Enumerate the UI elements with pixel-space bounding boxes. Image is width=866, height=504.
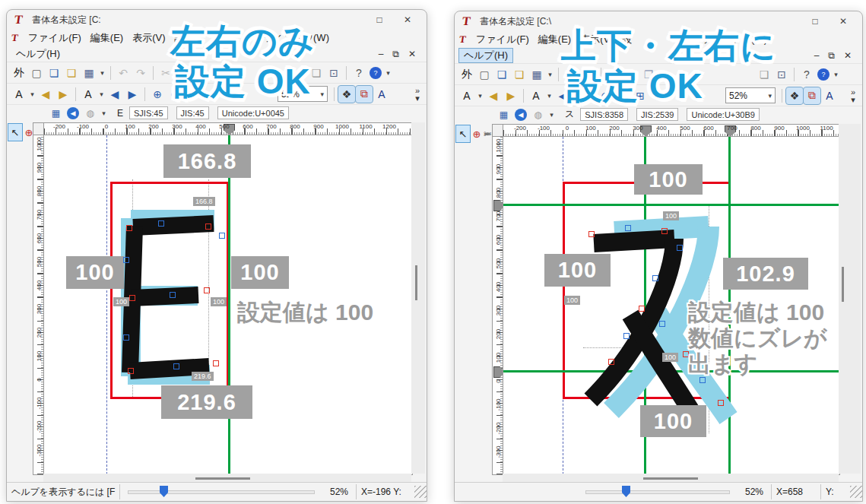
fill-preview-button-icon[interactable]: ❖: [786, 87, 803, 104]
zoom-slider[interactable]: [585, 484, 730, 499]
context-help-button-icon[interactable]: ?: [798, 66, 815, 83]
open-button-icon[interactable]: ❏: [46, 65, 62, 81]
control-point[interactable]: [625, 225, 631, 231]
vertical-scrollbar[interactable]: [411, 122, 425, 474]
mdi-close-button[interactable]: ✕: [408, 49, 416, 59]
glue-tool-icon[interactable]: ⊕: [470, 125, 484, 142]
show-points-button-icon[interactable]: ⧉: [356, 86, 373, 103]
new-glyph-button-icon[interactable]: A: [458, 87, 475, 104]
control-point[interactable]: [213, 360, 219, 366]
menu-edit[interactable]: 編集(E): [86, 31, 128, 45]
control-point[interactable]: [588, 231, 595, 237]
zoom-slider[interactable]: [128, 484, 315, 499]
open-button-icon[interactable]: ❏: [493, 66, 510, 83]
external-char-button-icon[interactable]: 外: [11, 65, 27, 81]
grid-button-icon[interactable]: ▦: [497, 108, 510, 121]
import-button-icon[interactable]: ❏: [63, 65, 80, 81]
resize-grip[interactable]: [414, 486, 427, 498]
save-dropdown-icon[interactable]: ▾: [98, 65, 106, 81]
control-point[interactable]: [623, 333, 630, 339]
close-button[interactable]: ✕: [832, 16, 855, 27]
import-button-icon[interactable]: ❏: [511, 66, 528, 83]
slider-thumb[interactable]: [622, 486, 630, 497]
menu-file[interactable]: ファイル(F): [24, 31, 86, 45]
unicode-code-field[interactable]: Unicode:U+30B9: [687, 108, 759, 121]
help-button-icon[interactable]: ?: [370, 67, 382, 79]
external-char-button-icon[interactable]: 外: [458, 66, 475, 83]
help-button-icon[interactable]: ?: [817, 68, 830, 81]
new-glyph-button-icon[interactable]: A: [11, 86, 27, 103]
outline-preview-button-icon[interactable]: A: [373, 86, 390, 103]
glyph-list-dropdown-icon[interactable]: ▾: [545, 87, 554, 104]
menu-help[interactable]: ヘルプ(H): [11, 47, 65, 61]
green-guide-horizontal-1[interactable]: [503, 204, 839, 206]
menu-view[interactable]: 表示(V): [128, 31, 170, 45]
jis-code-field[interactable]: JIS:2539: [636, 108, 678, 121]
menu-file[interactable]: ファイル(F): [471, 33, 534, 46]
scrollbar-thumb[interactable]: [842, 267, 844, 302]
next-glyph-new-button-icon[interactable]: ▶: [503, 87, 519, 104]
control-point[interactable]: [205, 223, 211, 230]
fill-preview-button-icon[interactable]: ❖: [338, 86, 355, 103]
glyph-drawn-black[interactable]: [122, 219, 221, 379]
help-dropdown-icon[interactable]: ▾: [832, 66, 840, 83]
control-point[interactable]: [126, 225, 132, 231]
close-button[interactable]: ✕: [396, 14, 419, 25]
maximize-button[interactable]: □: [368, 14, 391, 25]
control-point[interactable]: [123, 334, 129, 341]
new-button-icon[interactable]: ▢: [476, 66, 493, 83]
redo-button-icon[interactable]: ↷: [132, 65, 149, 81]
slider-track[interactable]: [128, 490, 315, 494]
mdi-minimize-button[interactable]: –: [814, 50, 820, 61]
control-point[interactable]: [204, 287, 210, 293]
scrollbar-thumb[interactable]: [643, 477, 698, 480]
save-dropdown-icon[interactable]: ▾: [546, 66, 554, 83]
prev-glyph-new-button-icon[interactable]: ◀: [485, 87, 502, 104]
control-point[interactable]: [123, 257, 129, 263]
slider-track[interactable]: [585, 490, 730, 494]
show-points-button-icon[interactable]: ⧉: [804, 87, 820, 104]
control-point[interactable]: [128, 368, 134, 374]
mdi-restore-button[interactable]: ⧉: [828, 50, 835, 61]
control-point[interactable]: [659, 321, 665, 327]
prev-glyph-button-icon[interactable]: ◀: [106, 86, 123, 103]
glyph-drawn-black[interactable]: [583, 222, 697, 427]
slider-thumb[interactable]: [160, 486, 168, 497]
control-point[interactable]: [608, 359, 614, 365]
control-point[interactable]: [652, 275, 658, 281]
next-glyph-button-icon[interactable]: ▶: [124, 86, 141, 103]
scrollbar-thumb[interactable]: [195, 477, 250, 480]
menu-help[interactable]: ヘルプ(H): [459, 49, 512, 62]
knife-tool-icon[interactable]: ✒: [484, 125, 492, 142]
glyph-list-button-icon[interactable]: A: [80, 86, 97, 103]
control-point[interactable]: [677, 245, 683, 251]
context-help-button-icon[interactable]: ?: [351, 65, 367, 81]
globe-button-icon[interactable]: ◍: [531, 108, 544, 121]
control-point[interactable]: [129, 295, 135, 301]
select-tool-icon[interactable]: ↖: [8, 124, 22, 141]
control-point[interactable]: [661, 228, 668, 234]
control-point[interactable]: [170, 292, 176, 298]
outline-preview-button-icon[interactable]: A: [821, 87, 838, 104]
jis-code-field[interactable]: JIS:45: [176, 106, 209, 119]
new-button-icon[interactable]: ▢: [28, 65, 45, 81]
save-button-icon[interactable]: ▦: [528, 66, 545, 83]
control-point[interactable]: [158, 220, 164, 227]
prev-glyph-new-button-icon[interactable]: ◀: [37, 86, 54, 103]
toolbar-overflow[interactable]: »▾: [415, 87, 423, 102]
scrollbar-thumb[interactable]: [415, 265, 417, 300]
resize-grip[interactable]: [850, 486, 862, 498]
mdi-minimize-button[interactable]: –: [379, 49, 384, 59]
unicode-code-field[interactable]: Unicode:U+0045: [217, 106, 289, 119]
green-guide-vertical[interactable]: [228, 135, 230, 474]
glyph-list-button-icon[interactable]: A: [528, 87, 544, 104]
globe-button-icon[interactable]: ◍: [84, 106, 97, 119]
code-dropdown-icon[interactable]: ▾: [547, 106, 556, 123]
back-button-icon[interactable]: ◀: [67, 107, 79, 119]
grid-button-icon[interactable]: ▦: [49, 106, 62, 119]
print-button-icon[interactable]: ⊡: [325, 65, 342, 81]
zoom-in-button-icon[interactable]: ⊕: [149, 86, 166, 103]
control-point[interactable]: [639, 306, 645, 312]
vertical-scrollbar[interactable]: [839, 124, 861, 474]
mdi-close-button[interactable]: ✕: [844, 50, 852, 61]
